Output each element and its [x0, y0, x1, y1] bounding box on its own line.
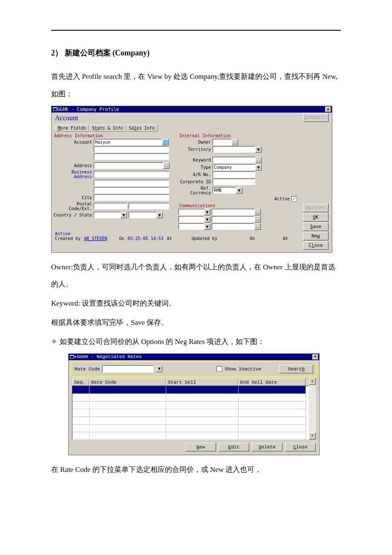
- created-by-user[interactable]: AR_STEVEN: [84, 236, 107, 241]
- rates-edit-button[interactable]: Edit: [219, 443, 249, 451]
- label-corp: Corporate ID: [179, 179, 213, 184]
- scroll-up-icon[interactable]: ▴: [309, 378, 316, 385]
- comm-type-1[interactable]: [179, 209, 204, 215]
- comm-type-3[interactable]: [179, 223, 204, 230]
- active-checkbox[interactable]: ✓: [291, 196, 297, 202]
- table-row: [72, 386, 308, 394]
- tab-sales-info[interactable]: Sales Info: [126, 124, 158, 132]
- comm-type-1-dropdown[interactable]: ▼: [204, 209, 210, 215]
- search-button[interactable]: Search: [279, 365, 313, 373]
- updated-at-label: At: [283, 236, 288, 241]
- label-rate-code: Rate Code: [75, 367, 100, 372]
- screenshot-negotiated-rates: 🗔 ➤ GGHK - Negotiated Rates × Rate Code …: [68, 353, 320, 455]
- territory-field[interactable]: [213, 146, 255, 153]
- show-inactive-checkbox[interactable]: [216, 366, 222, 372]
- window-title-2: GGHK - Negotiated Rates: [77, 354, 142, 359]
- comm-type-3-dropdown[interactable]: ▼: [204, 223, 210, 230]
- table-row: [72, 417, 308, 425]
- account-field[interactable]: Haiyun: [94, 139, 162, 145]
- territory-dropdown[interactable]: ▼: [255, 146, 262, 153]
- new-button[interactable]: New: [303, 232, 329, 240]
- grid-scrollbar[interactable]: ▴ ▾: [309, 378, 316, 439]
- diamond-bullet-icon: ✧: [51, 333, 57, 351]
- comm-3-button[interactable]: ..: [254, 223, 261, 230]
- label-keyword: Keyword: [179, 158, 213, 162]
- country-dropdown[interactable]: ▼: [121, 212, 127, 218]
- keyword-field[interactable]: [213, 157, 255, 163]
- business-address-field[interactable]: [94, 171, 169, 177]
- refcur-field[interactable]: RMB: [213, 187, 236, 194]
- rates-delete-button[interactable]: Delete: [252, 443, 282, 451]
- account-line2[interactable]: [94, 146, 169, 153]
- paragraph-3: Keyword: 设置查找该公司时的关键词。: [51, 295, 341, 312]
- tab-more-fields[interactable]: More Fields: [55, 124, 89, 132]
- account-line3[interactable]: [94, 153, 169, 160]
- save-button[interactable]: Save: [303, 223, 329, 231]
- country-field[interactable]: [94, 212, 121, 218]
- address-field[interactable]: [94, 162, 163, 169]
- label-business-address[interactable]: Business Address: [53, 170, 94, 179]
- ok-button[interactable]: OK: [303, 213, 329, 222]
- screenshot-company-profile: 🗔 GGHK - Company Profile × Account More …: [51, 106, 332, 253]
- rates-close-button[interactable]: Close: [285, 443, 316, 451]
- owner-browse-button[interactable]: ..: [232, 139, 238, 145]
- owner-field[interactable]: [213, 139, 232, 145]
- comm-1-button[interactable]: ..: [254, 209, 261, 215]
- city-field[interactable]: [94, 194, 169, 201]
- label-city: City: [53, 195, 94, 200]
- paragraph-5: ✧如要建立公司合同价的从 Options 的 Neg Rates 项进入，如下图…: [51, 333, 341, 351]
- comm-type-2[interactable]: [179, 216, 204, 223]
- rate-code-field[interactable]: [102, 365, 153, 373]
- col-seq[interactable]: Seq.: [72, 378, 89, 386]
- state-dropdown[interactable]: ▼: [156, 212, 163, 218]
- keyword-browse-button[interactable]: ..: [255, 157, 262, 163]
- comm-value-2[interactable]: [212, 216, 254, 223]
- col-start-sell[interactable]: Start Sell: [166, 378, 238, 386]
- corp-field[interactable]: [213, 179, 255, 185]
- col-rate-code[interactable]: Rate Code: [89, 378, 166, 386]
- window-titlebar-2: 🗔 ➤ GGHK - Negotiated Rates ×: [69, 354, 319, 360]
- postal-ext-field[interactable]: [129, 203, 169, 209]
- refcur-dropdown[interactable]: ▼: [236, 187, 242, 194]
- cursor-icon: ➤: [74, 354, 77, 360]
- grid-body[interactable]: [72, 386, 309, 439]
- options-button[interactable]: Options: [303, 204, 329, 212]
- scroll-down-icon[interactable]: ▾: [309, 433, 316, 439]
- address-info-title: Address Information: [53, 133, 176, 139]
- comm-2-button[interactable]: ..: [254, 216, 261, 223]
- label-address: Address: [53, 163, 94, 168]
- globe-icon[interactable]: 🌐: [162, 139, 169, 145]
- table-row: [72, 394, 308, 402]
- paragraph-4: 根据具体要求填写完毕，Save 保存。: [51, 314, 341, 332]
- contacts-button[interactable]: Contacts: [303, 113, 329, 122]
- label-owner: Owner: [179, 140, 213, 145]
- address-browse-button[interactable]: ..: [163, 162, 170, 169]
- type-dropdown[interactable]: ▼: [255, 164, 262, 171]
- comm-value-3[interactable]: [212, 223, 254, 230]
- postal-code-field[interactable]: [94, 203, 127, 209]
- label-type: Type: [179, 165, 213, 170]
- comm-value-1[interactable]: [212, 209, 254, 215]
- rates-new-button[interactable]: New: [185, 443, 216, 451]
- address-line3[interactable]: [94, 180, 169, 186]
- table-row: [72, 402, 308, 409]
- label-country: Country / State: [53, 213, 94, 217]
- tab-stats-info[interactable]: Stats & Info: [89, 124, 126, 132]
- rate-code-dropdown[interactable]: ▼: [156, 366, 162, 372]
- created-on-label: On: [119, 236, 124, 241]
- ar-field[interactable]: [213, 171, 255, 178]
- updated-by-label: Updated by: [192, 236, 217, 241]
- app-icon-2: 🗔: [69, 354, 74, 360]
- comm-type-2-dropdown[interactable]: ▼: [204, 216, 210, 223]
- address-line4[interactable]: [94, 187, 169, 194]
- type-field[interactable]: Company: [213, 164, 255, 171]
- close-icon-2[interactable]: ×: [312, 354, 318, 360]
- close-icon[interactable]: ×: [325, 107, 331, 112]
- label-territory: Territory: [179, 147, 213, 152]
- state-field[interactable]: [129, 212, 156, 218]
- status-active: Active: [55, 231, 300, 236]
- created-at-label: At: [167, 236, 172, 241]
- close-button[interactable]: Close: [303, 241, 329, 250]
- paragraph-2: Owner:负责人，可同时选几个负责人，如有两个以上的负责人，在 Owner 上…: [51, 259, 341, 294]
- col-end-sell[interactable]: End Sell Date: [238, 378, 306, 386]
